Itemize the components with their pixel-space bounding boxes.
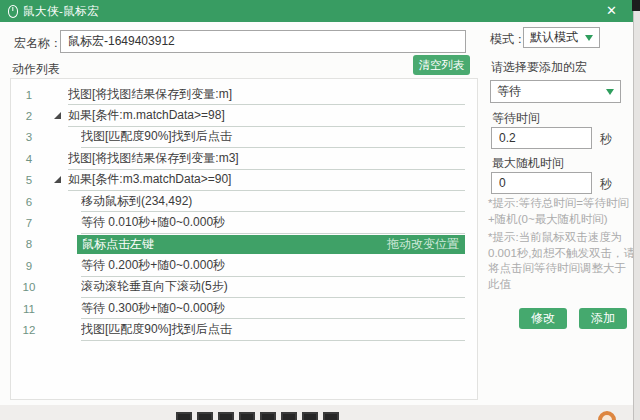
macro-type-dropdown-value: 等待	[497, 83, 521, 100]
row-number: 12	[19, 319, 39, 340]
close-icon[interactable]: ✕	[606, 0, 617, 22]
mode-dropdown[interactable]: 默认模式	[523, 27, 600, 48]
row-line: 如果[条件:m3.matchData>=90]	[68, 170, 465, 191]
row-line: 滚动滚轮垂直向下滚动(5步)	[81, 277, 465, 298]
row-number: 6	[19, 191, 39, 212]
wait-time-label: 等待时间	[492, 110, 540, 127]
action-list-row[interactable]: 12 找图[匹配度90%]找到后点击	[11, 319, 477, 340]
mode-dropdown-value: 默认模式	[530, 29, 578, 46]
macro-type-dropdown[interactable]: 等待	[490, 80, 621, 103]
action-list-row[interactable]: 1 找图[将找图结果保存到变量:m]	[11, 84, 477, 105]
max-random-time-label: 最大随机时间	[492, 155, 564, 172]
macro-editor-dialog: 鼠大侠-鼠标宏 ✕ 宏名称： 动作列表 清空列表 1 找图[将找图结果保存到变量…	[0, 0, 633, 405]
action-list-row[interactable]: 4 找图[将找图结果保存到变量:m3]	[11, 148, 477, 169]
wait-time-input[interactable]	[491, 127, 592, 149]
mode-label: 模式：	[490, 31, 526, 48]
max-random-time-unit: 秒	[600, 176, 612, 193]
row-line: 鼠标点击左键 拖动改变位置	[77, 235, 465, 254]
mouse-logo-icon	[8, 5, 18, 18]
row-line: 等待 0.200秒+随0~0.000秒	[81, 255, 465, 276]
row-number: 3	[19, 127, 39, 148]
action-list-row[interactable]: 6 移动鼠标到(234,492)	[11, 191, 477, 212]
action-list-label: 动作列表	[12, 61, 60, 78]
action-list-panel: 1 找图[将找图结果保存到变量:m] 2 如果[条件:m.matchData>=…	[10, 78, 478, 400]
action-text: 鼠标点击左键	[82, 236, 154, 253]
row-line: 等待 0.300秒+随0~0.000秒	[81, 298, 465, 319]
row-number: 9	[19, 255, 39, 276]
chevron-down-icon	[606, 89, 614, 95]
action-list-row[interactable]: 2 如果[条件:m.matchData>=98]	[11, 105, 477, 126]
expand-triangle-icon[interactable]	[54, 176, 61, 183]
row-number: 11	[19, 298, 39, 319]
row-line: 找图[匹配度90%]找到后点击	[81, 319, 465, 340]
select-macro-label: 请选择要添加的宏	[491, 59, 587, 76]
clear-list-button[interactable]: 清空列表	[413, 55, 470, 75]
action-text: 找图[将找图结果保存到变量:m3]	[68, 150, 239, 167]
action-text: 移动鼠标到(234,492)	[81, 193, 192, 210]
row-number: 8	[19, 234, 39, 255]
window-title: 鼠大侠-鼠标宏	[23, 4, 99, 19]
row-line: 移动鼠标到(234,492)	[81, 191, 465, 212]
action-text: 找图[匹配度90%]找到后点击	[81, 128, 232, 145]
macro-name-label: 宏名称：	[14, 35, 62, 52]
hint-total-time: *提示:等待总时间=等待时间+随机(0~最大随机时间)	[488, 196, 635, 227]
row-number: 1	[19, 84, 39, 105]
row-line: 找图[将找图结果保存到变量:m3]	[68, 148, 465, 169]
action-list-row[interactable]: 11 等待 0.300秒+随0~0.000秒	[11, 298, 477, 319]
row-number: 7	[19, 212, 39, 233]
row-number: 2	[19, 105, 39, 126]
row-line: 找图[将找图结果保存到变量:m]	[68, 84, 465, 105]
row-number: 10	[19, 277, 39, 298]
action-list-row[interactable]: 3 找图[匹配度90%]找到后点击	[11, 127, 477, 148]
row-line: 如果[条件:m.matchData>=98]	[68, 105, 465, 126]
video-frame-edge	[633, 0, 640, 420]
action-text: 找图[匹配度90%]找到后点击	[81, 321, 232, 338]
row-line: 找图[匹配度90%]找到后点击	[81, 127, 465, 148]
titlebar: 鼠大侠-鼠标宏 ✕	[0, 0, 633, 22]
action-list-row[interactable]: 8 鼠标点击左键 拖动改变位置	[11, 234, 477, 255]
macro-name-input[interactable]	[60, 30, 466, 53]
cropped-watermark	[176, 412, 356, 420]
modify-button[interactable]: 修改	[519, 308, 567, 329]
row-line: 等待 0.010秒+随0~0.000秒	[81, 212, 465, 233]
action-list-row[interactable]: 10 滚动滚轮垂直向下滚动(5步)	[11, 277, 477, 298]
action-text: 如果[条件:m3.matchData>=90]	[68, 171, 231, 188]
row-number: 4	[19, 148, 39, 169]
chevron-down-icon	[585, 35, 593, 41]
drag-hint-label: 拖动改变位置	[387, 236, 459, 253]
action-text: 如果[条件:m.matchData>=98]	[68, 107, 225, 124]
row-number: 5	[19, 170, 39, 191]
screenshot-frame: 鼠大侠-鼠标宏 ✕ 宏名称： 动作列表 清空列表 1 找图[将找图结果保存到变量…	[0, 0, 640, 420]
action-list-rows: 1 找图[将找图结果保存到变量:m] 2 如果[条件:m.matchData>=…	[11, 84, 477, 341]
add-button[interactable]: 添加	[579, 308, 627, 329]
action-text: 找图[将找图结果保存到变量:m]	[68, 86, 232, 103]
hint-double-click: *提示:当前鼠标双击速度为0.001秒,如想不触发双击，请将点击间等待时间调整大…	[488, 230, 635, 292]
action-text: 等待 0.010秒+随0~0.000秒	[81, 214, 225, 231]
video-frame-corner	[632, 0, 640, 11]
expand-triangle-icon[interactable]	[54, 112, 61, 119]
action-text: 等待 0.200秒+随0~0.000秒	[81, 257, 225, 274]
wait-time-unit: 秒	[600, 131, 612, 148]
action-list-row[interactable]: 7 等待 0.010秒+随0~0.000秒	[11, 212, 477, 233]
max-random-time-input[interactable]	[491, 172, 592, 194]
action-text: 等待 0.300秒+随0~0.000秒	[81, 300, 225, 317]
action-list-row[interactable]: 9 等待 0.200秒+随0~0.000秒	[11, 255, 477, 276]
action-list-row[interactable]: 5 如果[条件:m3.matchData>=90]	[11, 170, 477, 191]
action-text: 滚动滚轮垂直向下滚动(5步)	[81, 278, 228, 295]
